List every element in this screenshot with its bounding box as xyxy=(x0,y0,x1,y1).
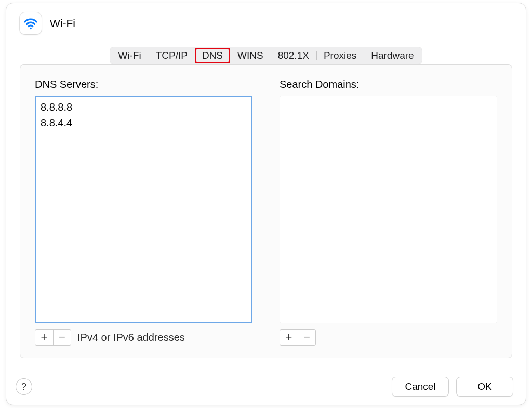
dns-server-entry[interactable]: 8.8.8.8 xyxy=(41,99,247,115)
tab-row: Wi-Fi TCP/IP DNS WINS 802.1X Proxies Har… xyxy=(6,47,526,64)
tab-proxies[interactable]: Proxies xyxy=(316,48,364,63)
content-panel: DNS Servers: 8.8.8.8 8.8.4.4 + − IPv4 or… xyxy=(20,64,512,358)
search-domains-remove-button[interactable]: − xyxy=(298,330,315,345)
search-domains-column: Search Domains: + − xyxy=(280,78,497,346)
dns-add-remove-group: + − xyxy=(35,329,71,346)
dns-servers-column: DNS Servers: 8.8.8.8 8.8.4.4 + − IPv4 or… xyxy=(35,78,252,346)
search-domains-label: Search Domains: xyxy=(280,78,497,90)
network-advanced-window: Wi-Fi Wi-Fi TCP/IP DNS WINS 802.1X Proxi… xyxy=(6,3,526,405)
tab-tcpip[interactable]: TCP/IP xyxy=(149,48,195,63)
search-domains-add-remove-group: + − xyxy=(280,329,316,346)
dns-hint: IPv4 or IPv6 addresses xyxy=(77,332,185,344)
dns-server-entry[interactable]: 8.8.4.4 xyxy=(41,115,247,130)
tab-wifi[interactable]: Wi-Fi xyxy=(111,48,148,63)
footer: ? Cancel OK xyxy=(16,377,513,397)
tab-bar: Wi-Fi TCP/IP DNS WINS 802.1X Proxies Har… xyxy=(110,47,422,64)
dns-servers-list[interactable]: 8.8.8.8 8.8.4.4 xyxy=(35,96,252,323)
tab-wins[interactable]: WINS xyxy=(230,48,271,63)
tab-8021x[interactable]: 802.1X xyxy=(271,48,316,63)
search-domains-list[interactable] xyxy=(280,96,497,323)
wifi-icon xyxy=(20,12,42,34)
cancel-button[interactable]: Cancel xyxy=(392,377,449,397)
window-title: Wi-Fi xyxy=(50,17,75,30)
ok-button[interactable]: OK xyxy=(456,377,513,397)
svg-point-0 xyxy=(30,28,32,30)
dns-add-button[interactable]: + xyxy=(35,330,53,345)
dns-servers-label: DNS Servers: xyxy=(35,78,252,90)
search-domains-add-button[interactable]: + xyxy=(280,330,298,345)
help-button[interactable]: ? xyxy=(16,378,32,395)
header: Wi-Fi xyxy=(6,3,526,36)
dns-remove-button[interactable]: − xyxy=(53,330,71,345)
tab-dns[interactable]: DNS xyxy=(195,48,230,63)
tab-hardware[interactable]: Hardware xyxy=(364,48,421,63)
